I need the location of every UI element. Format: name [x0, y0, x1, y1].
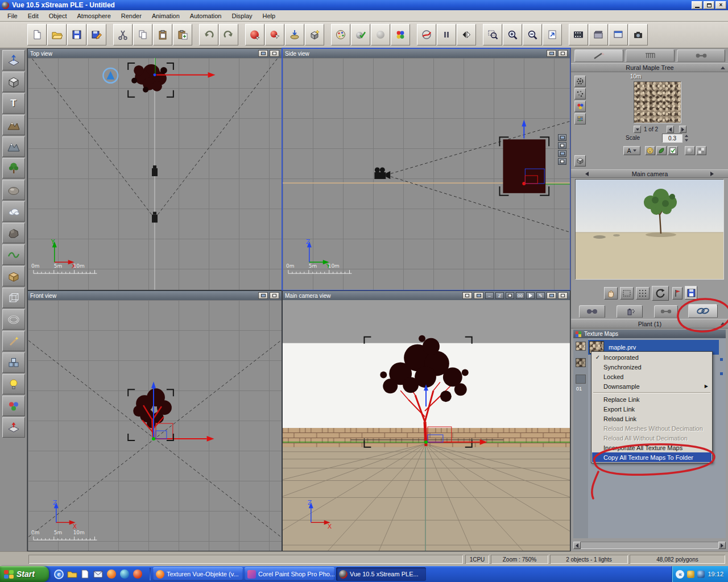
- tool-torus[interactable]: [2, 309, 25, 330]
- material-sphere-button[interactable]: [685, 146, 695, 155]
- scale-spinner[interactable]: [684, 134, 689, 143]
- render-button[interactable]: [245, 24, 264, 45]
- save-as-button[interactable]: [87, 24, 106, 45]
- panel-tab-numerics[interactable]: [626, 49, 675, 62]
- folder-quicklaunch-icon[interactable]: [67, 569, 77, 580]
- panel-tab-animation[interactable]: [677, 49, 725, 62]
- camera-snapshot-button[interactable]: [474, 292, 483, 299]
- animation-wizard-button[interactable]: [589, 24, 608, 45]
- material-face-button[interactable]: [645, 146, 655, 155]
- texture-mini-thumb-3[interactable]: [576, 375, 586, 384]
- display-options-button[interactable]: [609, 24, 628, 45]
- material-leaf-button[interactable]: [656, 146, 667, 155]
- redo-button[interactable]: [219, 24, 238, 45]
- collapse-arrow-icon[interactable]: [721, 322, 725, 325]
- pan-hand-button[interactable]: [604, 287, 618, 300]
- tool-plane[interactable]: [2, 417, 25, 438]
- material-mode-dropdown[interactable]: A: [623, 146, 640, 155]
- display-mode-button-1[interactable]: [558, 134, 566, 141]
- network-render-button[interactable]: [417, 24, 436, 45]
- undo-button[interactable]: [199, 24, 218, 45]
- start-button[interactable]: Start: [0, 566, 49, 582]
- front-view-scene[interactable]: Z X 0m 5m 10m: [28, 300, 282, 551]
- tool-water[interactable]: [2, 244, 25, 265]
- tool-light[interactable]: [2, 374, 25, 394]
- material-check-button[interactable]: [668, 146, 678, 155]
- menu-automation[interactable]: Automation: [185, 11, 227, 21]
- new-scene-button[interactable]: [27, 24, 47, 45]
- camera-prev-frame-button[interactable]: –: [485, 292, 494, 299]
- side-view-scene[interactable]: Z Y 0m 5m 10m: [283, 58, 570, 290]
- object-sliders-button[interactable]: [574, 113, 586, 124]
- taskbar-task-vue[interactable]: Vue 10.5 xStream PLE...: [336, 567, 426, 581]
- menu-item-incorporated[interactable]: ✓Incorporated: [592, 352, 712, 362]
- menu-edit[interactable]: Edit: [23, 11, 44, 21]
- zoom-out-button[interactable]: [523, 24, 542, 45]
- tool-drop-object[interactable]: [2, 50, 25, 70]
- browser-quicklaunch-icon[interactable]: [132, 569, 143, 580]
- tool-terrain[interactable]: [2, 115, 25, 135]
- tool-group[interactable]: [2, 352, 25, 373]
- viewport-camera-button[interactable]: [547, 50, 556, 57]
- edit-object-button[interactable]: [305, 24, 324, 45]
- object-color-button[interactable]: [574, 101, 586, 112]
- tray-collapse-button[interactable]: «: [676, 570, 684, 579]
- close-button[interactable]: ×: [715, 1, 726, 9]
- marquee-select-button[interactable]: [620, 287, 634, 300]
- tool-rock[interactable]: [2, 180, 25, 200]
- tool-stone[interactable]: [2, 223, 25, 243]
- texture-mini-thumb-2[interactable]: [576, 358, 586, 367]
- taskbar-task-texturen[interactable]: Texturen Vue-Objekte (v...: [153, 567, 243, 581]
- camera-play-button[interactable]: [526, 292, 535, 299]
- material-texture-button[interactable]: [696, 146, 706, 155]
- menu-item-reload-link[interactable]: Reload Link: [592, 414, 712, 423]
- layer-tab-objects[interactable]: [579, 305, 605, 318]
- viewport-maximize-button[interactable]: [558, 50, 568, 57]
- menu-item-export-link[interactable]: Export Link: [592, 404, 712, 414]
- layer-tab-materials[interactable]: [617, 305, 643, 318]
- gizmo-origin-dot[interactable]: [424, 440, 428, 444]
- menu-render[interactable]: Render: [116, 11, 147, 21]
- material-editor-button[interactable]: [331, 24, 350, 45]
- menu-item-locked[interactable]: Locked: [592, 372, 712, 381]
- flip-view-button[interactable]: [457, 24, 476, 45]
- minimize-button[interactable]: [692, 1, 702, 9]
- viewport-camera-button[interactable]: [258, 292, 268, 299]
- menu-display[interactable]: Display: [226, 11, 257, 21]
- viewport-maximize-button[interactable]: [558, 292, 568, 299]
- object-cube-button[interactable]: [574, 155, 586, 167]
- preview-prev-button[interactable]: [667, 126, 674, 133]
- restore-button[interactable]: [704, 1, 714, 9]
- viewport-camera-button[interactable]: [258, 50, 268, 57]
- fit-view-button[interactable]: [543, 24, 562, 45]
- layer-tab-links[interactable]: [688, 304, 718, 318]
- paste-special-button[interactable]: [173, 24, 192, 45]
- scroll-right-button[interactable]: [718, 542, 726, 549]
- up-orientation-widget[interactable]: [103, 68, 118, 83]
- camera-frame-box-button[interactable]: [506, 292, 514, 299]
- camera-edit-button[interactable]: ✎: [536, 292, 545, 299]
- snapshot-button[interactable]: [628, 24, 648, 45]
- render-options-button[interactable]: [265, 24, 284, 45]
- menu-item-replace-link[interactable]: Replace Link: [592, 394, 712, 404]
- gizmo-z-arrow[interactable]: [522, 119, 526, 138]
- tree-object-top[interactable]: [131, 64, 167, 93]
- tray-icon-1[interactable]: [687, 571, 694, 578]
- texture-list-scrollbar[interactable]: [573, 542, 726, 549]
- menu-item-copy-all-texture-maps[interactable]: Copy All Texture Maps To Folder: [592, 452, 712, 462]
- media-quicklaunch-icon[interactable]: [119, 569, 130, 580]
- tool-plant[interactable]: [2, 158, 25, 178]
- zoom-in-button[interactable]: [503, 24, 522, 45]
- top-view-scene[interactable]: Y X 0m 5m 10m: [28, 58, 282, 290]
- prev-camera-icon[interactable]: [585, 172, 589, 176]
- tool-procedural-terrain[interactable]: [2, 136, 25, 157]
- object-gear-button[interactable]: [574, 76, 586, 87]
- tool-wire-cube[interactable]: [2, 288, 25, 308]
- panel-tab-aspect[interactable]: [574, 49, 623, 62]
- tray-icon-2[interactable]: [697, 571, 705, 578]
- tool-ecosystem[interactable]: [2, 396, 25, 416]
- tool-text[interactable]: T: [2, 93, 25, 114]
- cut-button[interactable]: [113, 24, 133, 45]
- preview-dropdown-button[interactable]: [634, 126, 641, 133]
- tool-cloud[interactable]: [2, 201, 25, 222]
